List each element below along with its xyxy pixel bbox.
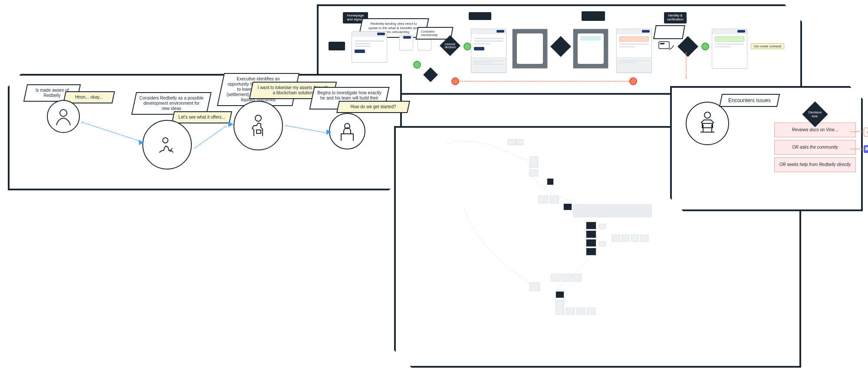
decision-3 <box>677 36 698 57</box>
node-red-2 <box>629 77 637 85</box>
arrow-3 <box>286 125 329 133</box>
fork-option-3[interactable]: OR seeks help from Redbelly directly <box>774 157 856 172</box>
small-tag-a <box>329 42 345 50</box>
mock-landing <box>352 31 387 63</box>
flow-tag-3 <box>582 11 605 21</box>
diagram-canvas[interactable]: Homepage and signup Identity & verificat… <box>0 0 868 372</box>
mock-doc-a <box>399 35 413 50</box>
svg-rect-1 <box>660 43 664 44</box>
node-green-3 <box>413 61 421 69</box>
step1-actor <box>47 100 80 133</box>
issue-actor <box>686 102 729 145</box>
svg-rect-0 <box>659 42 669 49</box>
mock-modal-2 <box>573 29 608 69</box>
decision-fork: Decision fork: Reviews docs on Vine... O… <box>774 105 856 172</box>
fork-option-2[interactable]: OR asks the community <box>774 140 856 155</box>
left-journey: Is made aware of Redbelly Hmm... okay...… <box>8 74 398 187</box>
arrow-2 <box>194 126 227 149</box>
chip-create: Can create contracts <box>751 43 784 49</box>
node-green-2 <box>701 43 709 50</box>
mock-signup <box>471 29 506 73</box>
mock-modal-1 <box>512 29 548 69</box>
node-green-1 <box>464 43 471 50</box>
step2-thought: Let's see what it offers... <box>171 111 232 123</box>
mock-ok <box>712 29 747 69</box>
ext-vine[interactable]: VINE <box>864 128 868 136</box>
step4-actor <box>329 113 365 149</box>
arrow-1 <box>82 122 140 141</box>
step4-thought: How do we get started? <box>336 101 410 113</box>
decision-lower <box>423 67 438 82</box>
decision-2 <box>550 36 571 57</box>
issue-title: Encounters issues <box>719 94 780 107</box>
discord-icon <box>865 146 868 152</box>
issue-panel-content: Encounters issues Decision fork: Reviews… <box>670 86 859 208</box>
step3-actor <box>233 101 283 150</box>
flow-tag-4: Identity & verification <box>664 12 687 23</box>
ext-discord[interactable] <box>864 145 868 153</box>
mock-verify <box>616 29 652 73</box>
step2-actor <box>142 120 192 169</box>
flow-tag-2 <box>469 12 491 20</box>
illust-hand-card <box>656 35 675 52</box>
